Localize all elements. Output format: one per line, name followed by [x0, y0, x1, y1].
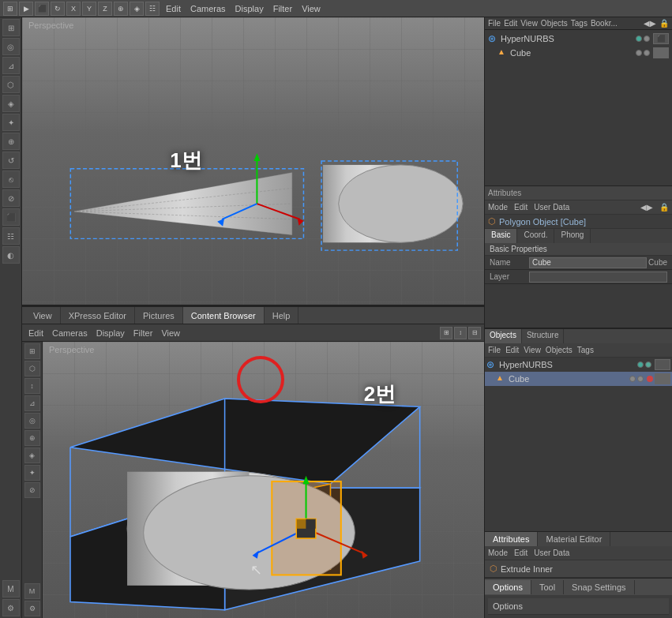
left-icon-14[interactable]: M [2, 580, 20, 597]
attr-layer-swatch[interactable] [529, 272, 667, 283]
tab-xpresso[interactable]: XPresso Editor [61, 307, 135, 324]
menu-edit[interactable]: Edit [164, 4, 182, 13]
attr-nav[interactable]: ◀▶ [640, 203, 653, 212]
tab-help[interactable]: Help [265, 307, 299, 324]
attr-tab-phong[interactable]: Phong [554, 229, 591, 243]
rt-menu-objects[interactable]: Objects [541, 19, 568, 28]
bl-icon-maxon[interactable]: M [24, 583, 40, 599]
attr-edit[interactable]: Edit [514, 203, 527, 212]
poly-icon: ⬡ [488, 216, 496, 227]
left-icon-5[interactable]: ◈ [2, 95, 20, 112]
attr-lock2[interactable]: 🔒 [659, 203, 669, 212]
left-icon-6[interactable]: ✦ [2, 114, 20, 131]
tree-row-hypernurbs-bottom[interactable]: ⊛ HyperNURBS [485, 358, 672, 372]
rb-menu-tags[interactable]: Tags [577, 346, 594, 354]
left-icon-13[interactable]: ◐ [2, 246, 20, 264]
left-icon-1[interactable]: ⊞ [2, 19, 20, 36]
rb-tool-snap[interactable]: Snap Settings [564, 580, 635, 594]
obj-color-swatch-2[interactable] [653, 47, 669, 58]
rb-menu-file[interactable]: File [488, 346, 501, 354]
menu-view[interactable]: View [300, 4, 322, 13]
left-icon-7[interactable]: ⊕ [2, 133, 20, 150]
rb-tab-objects[interactable]: Objects [485, 329, 522, 343]
toolbar-icon-10[interactable]: ☷ [145, 2, 160, 16]
left-icon-12[interactable]: ☷ [2, 227, 20, 245]
rb-tool-options[interactable]: Options [485, 580, 531, 594]
obj-color-swatch-1[interactable]: ⬛ [653, 33, 669, 44]
sub-menu-filter[interactable]: Filter [130, 328, 156, 338]
bl-icon-4[interactable]: ⊿ [24, 395, 40, 411]
top-viewport[interactable]: Perspective [22, 17, 484, 306]
left-icon-3[interactable]: ⊿ [2, 57, 20, 74]
rb-btab-attr[interactable]: Attributes [485, 532, 538, 546]
menu-cameras[interactable]: Cameras [189, 4, 227, 13]
rt-menu-tags[interactable]: Tags [571, 19, 588, 28]
rt-menu-view[interactable]: View [520, 19, 538, 28]
tree-row-cube-bottom[interactable]: ▲ Cube [485, 372, 672, 386]
tab-content-browser[interactable]: Content Browser [183, 307, 265, 324]
sub-icon-1[interactable]: ⊞ [440, 327, 452, 339]
sub-menu-edit[interactable]: Edit [25, 328, 47, 338]
toolbar-icon-7[interactable]: Z [98, 2, 112, 16]
bl-icon-7[interactable]: ◈ [24, 448, 40, 463]
tab-pictures[interactable]: Pictures [135, 307, 183, 324]
attr-mode[interactable]: Mode [488, 203, 508, 212]
rt-menu-edit[interactable]: Edit [504, 19, 517, 28]
toolbar-icon-3[interactable]: ⬛ [35, 2, 49, 16]
toolbar-icon-5[interactable]: X [66, 2, 81, 16]
sub-menu-view[interactable]: View [158, 328, 183, 338]
rt-nav-arrows[interactable]: ◀▶ [644, 19, 656, 28]
left-icon-11[interactable]: ⬛ [2, 208, 20, 226]
toolbar-icon-1[interactable]: ⊞ [3, 2, 17, 16]
sub-menu-display[interactable]: Display [93, 328, 128, 338]
attr-userdata[interactable]: User Data [534, 203, 569, 212]
rb-userdata[interactable]: User Data [534, 549, 569, 557]
rb-btab-material[interactable]: Material Editor [538, 532, 610, 546]
bl-icon-settings[interactable]: ⚙ [24, 601, 40, 616]
toolbar-icon-2[interactable]: ▶ [19, 2, 33, 16]
toolbar-icon-9[interactable]: ◈ [130, 2, 144, 16]
rb-mode[interactable]: Mode [488, 549, 508, 557]
rb-menu-view[interactable]: View [524, 346, 541, 354]
tree-row-cube-top[interactable]: ▲ Cube [486, 46, 670, 60]
bl-icon-2[interactable]: ⬡ [24, 361, 40, 376]
bl-icon-5[interactable]: ◎ [24, 413, 40, 429]
sub-icon-3[interactable]: ⊟ [468, 327, 481, 339]
bottom-viewport[interactable]: ⊞ ⬡ ↕ ⊿ ◎ ⊕ ◈ ✦ ⊘ M ⚙ Perspective [22, 342, 484, 618]
left-icon-8[interactable]: ↺ [2, 152, 20, 169]
menu-display[interactable]: Display [234, 4, 265, 13]
left-icon-9[interactable]: ⎋ [2, 170, 20, 188]
swatch-cube-b[interactable] [655, 373, 670, 384]
bl-icon-6[interactable]: ⊕ [24, 430, 40, 446]
toolbar-icon-4[interactable]: ↻ [51, 2, 65, 16]
left-icon-2[interactable]: ◎ [2, 38, 20, 55]
menu-filter[interactable]: Filter [272, 4, 294, 13]
rt-menu-bookmarks[interactable]: Bookr... [591, 19, 618, 28]
right-bottom-panel: Objects Structure File Edit View Objects… [485, 329, 672, 618]
toolbar-icon-8[interactable]: ⊕ [114, 2, 128, 16]
bl-icon-8[interactable]: ✦ [24, 465, 40, 481]
left-icon-15[interactable]: ⚙ [2, 599, 20, 616]
rb-tool-tool[interactable]: Tool [531, 580, 564, 594]
left-icon-4[interactable]: ⬡ [2, 76, 20, 93]
bl-icon-3[interactable]: ↕ [24, 378, 40, 394]
bl-icon-9[interactable]: ⊘ [24, 482, 40, 498]
tree-row-hypernurbs-top[interactable]: ⊛ HyperNURBS ⬛ [486, 32, 670, 46]
sub-icon-2[interactable]: ↕ [454, 327, 467, 339]
rb-tab-structure[interactable]: Structure [522, 329, 565, 343]
attr-tab-coord[interactable]: Coord. [517, 229, 554, 243]
swatch-hypernurbs-b[interactable] [655, 359, 670, 370]
rb-menu-objects[interactable]: Objects [546, 346, 573, 354]
attr-name-input[interactable] [529, 257, 647, 268]
rb-menu-edit[interactable]: Edit [505, 346, 519, 354]
rt-lock[interactable]: 🔒 [659, 19, 669, 28]
rb-edit[interactable]: Edit [514, 549, 527, 557]
bl-icon-1[interactable]: ⊞ [24, 343, 40, 359]
toolbar-icon-6[interactable]: Y [82, 2, 96, 16]
left-icon-10[interactable]: ⊘ [2, 189, 20, 207]
rt-menu-file[interactable]: File [488, 19, 501, 28]
sub-menu-cameras[interactable]: Cameras [49, 328, 91, 338]
attr-tab-basic[interactable]: Basic [485, 229, 517, 243]
tab-view[interactable]: View [25, 307, 61, 324]
attr-name-label: Name [490, 258, 529, 267]
